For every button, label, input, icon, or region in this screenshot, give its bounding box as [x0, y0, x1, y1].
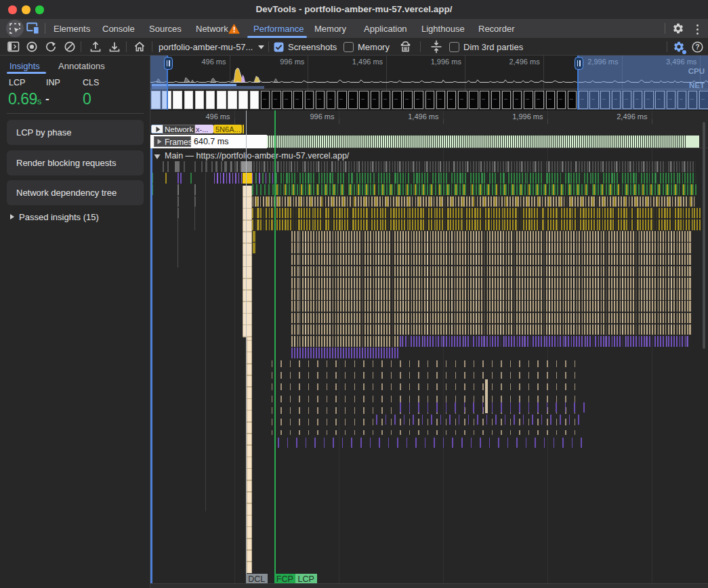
svg-text:?: ?: [695, 43, 699, 51]
